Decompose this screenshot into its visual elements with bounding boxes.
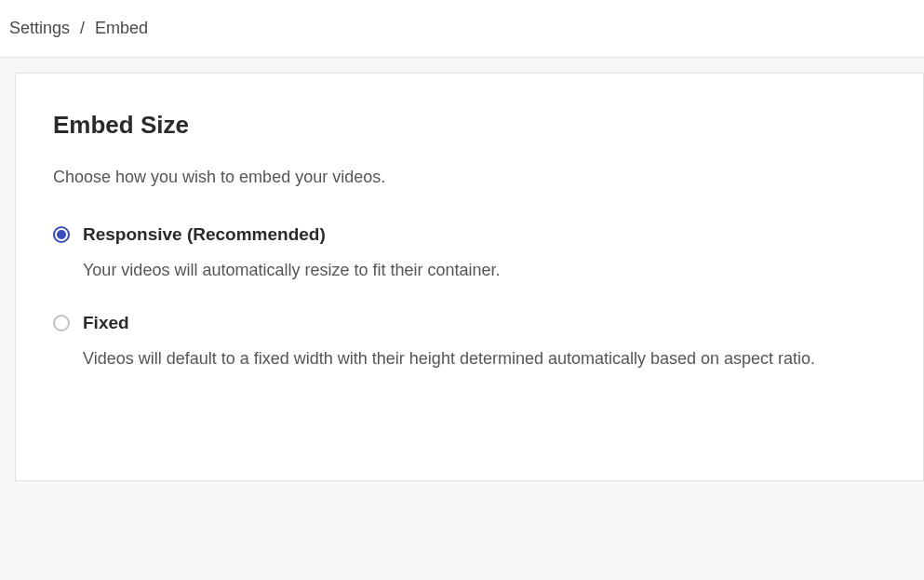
radio-row[interactable]: Fixed — [53, 313, 886, 333]
radio-label-fixed: Fixed — [83, 313, 129, 333]
card-description: Choose how you wish to embed your videos… — [53, 168, 886, 187]
radio-description-responsive: Your videos will automatically resize to… — [83, 258, 886, 283]
radio-fixed[interactable] — [53, 315, 70, 331]
radio-description-fixed: Videos will default to a fixed width wit… — [83, 346, 886, 371]
radio-responsive[interactable] — [53, 226, 70, 243]
radio-option-responsive: Responsive (Recommended) Your videos wil… — [53, 224, 886, 283]
breadcrumb-parent[interactable]: Settings — [9, 19, 70, 37]
card-title: Embed Size — [53, 111, 886, 140]
radio-option-fixed: Fixed Videos will default to a fixed wid… — [53, 313, 886, 371]
breadcrumb-separator: / — [80, 19, 85, 37]
breadcrumb-current: Embed — [95, 19, 148, 37]
radio-label-responsive: Responsive (Recommended) — [83, 224, 326, 245]
breadcrumb: Settings / Embed — [0, 0, 924, 58]
embed-size-card: Embed Size Choose how you wish to embed … — [15, 73, 924, 481]
content-area: Embed Size Choose how you wish to embed … — [0, 58, 924, 481]
radio-row[interactable]: Responsive (Recommended) — [53, 224, 886, 245]
